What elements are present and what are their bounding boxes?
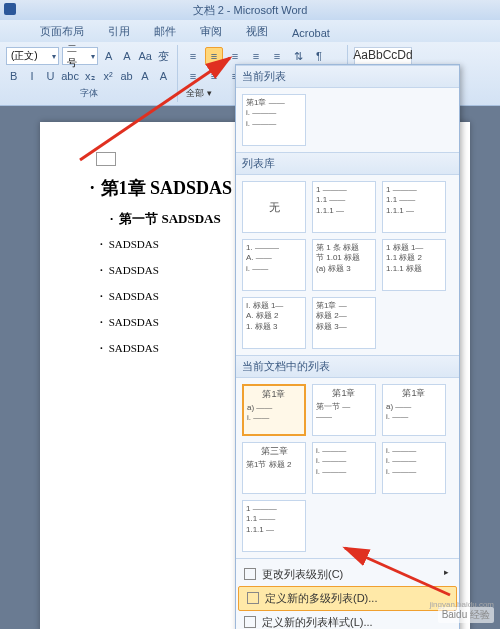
bullets-button[interactable]: ≡ bbox=[184, 47, 202, 65]
tab-view[interactable]: 视图 bbox=[236, 21, 278, 42]
change-case-button[interactable]: Aa bbox=[137, 47, 152, 65]
list-lib-item[interactable]: I. 标题 1—A. 标题 21. 标题 3 bbox=[242, 297, 306, 349]
char-border-button[interactable]: A bbox=[156, 67, 171, 85]
bold-button[interactable]: B bbox=[6, 67, 21, 85]
list-lib-item[interactable]: 1 ———1.1 ——1.1.1 — bbox=[312, 181, 376, 233]
list-doc-item[interactable]: 第三章第1节 标题 2 bbox=[242, 442, 306, 494]
ribbon-tabs: 页面布局 引用 邮件 审阅 视图 Acrobat bbox=[0, 20, 500, 42]
list-lib-item[interactable]: 1 标题 1—1.1 标题 21.1.1 标题 bbox=[382, 239, 446, 291]
shrink-font-button[interactable]: A bbox=[119, 47, 134, 65]
list-none[interactable]: 无 bbox=[242, 181, 306, 233]
highlight-button[interactable]: ab bbox=[119, 67, 134, 85]
tab-acrobat[interactable]: Acrobat bbox=[282, 24, 340, 42]
define-new-multilevel-list[interactable]: 定义新的多级列表(D)... bbox=[238, 586, 457, 611]
title-bar: 文档 2 - Microsoft Word bbox=[0, 0, 500, 20]
define-new-list-style[interactable]: 定义新的列表样式(L)... bbox=[236, 611, 459, 629]
tab-references[interactable]: 引用 bbox=[98, 21, 140, 42]
list-lib-item[interactable]: 1 ———1.1 ——1.1.1 — bbox=[382, 181, 446, 233]
font-family-select[interactable]: (正文) bbox=[6, 47, 59, 65]
dd-section-indoc: 当前文档中的列表 bbox=[236, 355, 459, 378]
watermark: Baidu 经验 bbox=[438, 607, 494, 623]
list-doc-item[interactable]: 第1章a) ——i. —— bbox=[382, 384, 446, 436]
sort-button[interactable]: ⇅ bbox=[289, 47, 307, 65]
list-doc-item[interactable]: 1 ———1.1 ——1.1.1 — bbox=[242, 500, 306, 552]
tab-review[interactable]: 审阅 bbox=[190, 21, 232, 42]
font-color-button[interactable]: A bbox=[137, 67, 152, 85]
word-icon bbox=[4, 3, 16, 15]
list-doc-item[interactable]: i. ———i. ———i. ——— bbox=[382, 442, 446, 494]
list-lib-item[interactable]: 第1章 —标题 2—标题 3— bbox=[312, 297, 376, 349]
increase-indent-button[interactable]: ≡ bbox=[268, 47, 286, 65]
align-center-button[interactable]: ≡ bbox=[205, 67, 223, 85]
italic-button[interactable]: I bbox=[24, 67, 39, 85]
tab-mailings[interactable]: 邮件 bbox=[144, 21, 186, 42]
list-lib-item[interactable]: 第 1 条 标题节 1.01 标题(a) 标题 3 bbox=[312, 239, 376, 291]
font-size-select[interactable]: 二号 bbox=[62, 47, 98, 65]
show-marks-button[interactable]: ¶ bbox=[310, 47, 328, 65]
superscript-button[interactable]: x² bbox=[101, 67, 116, 85]
list-current-item[interactable]: 第1章 ——i. ———i. ——— bbox=[242, 94, 306, 146]
cursor-box bbox=[96, 152, 116, 166]
tab-pagelayout[interactable]: 页面布局 bbox=[30, 21, 94, 42]
dd-section-current: 当前列表 bbox=[236, 65, 459, 88]
decrease-indent-button[interactable]: ≡ bbox=[247, 47, 265, 65]
list-lib-item[interactable]: 1. ———A. ——i. —— bbox=[242, 239, 306, 291]
multilevel-list-dropdown: 当前列表 第1章 ——i. ———i. ——— 列表库 无 1 ———1.1 —… bbox=[235, 64, 460, 629]
change-list-level[interactable]: 更改列表级别(C)▸ bbox=[236, 563, 459, 586]
dropdown-footer: 更改列表级别(C)▸ 定义新的多级列表(D)... 定义新的列表样式(L)... bbox=[236, 558, 459, 629]
dd-section-library: 列表库 bbox=[236, 152, 459, 175]
group-font-label: 字体 bbox=[6, 87, 171, 100]
multilevel-list-button[interactable]: ≡ bbox=[226, 47, 244, 65]
list-doc-item[interactable]: 第1章a) ——i. —— bbox=[242, 384, 306, 436]
align-left-button[interactable]: ≡ bbox=[184, 67, 202, 85]
window-title: 文档 2 - Microsoft Word bbox=[193, 3, 308, 18]
underline-button[interactable]: U bbox=[43, 67, 58, 85]
list-doc-item[interactable]: 第1章第一节 ——— bbox=[312, 384, 376, 436]
list-doc-item[interactable]: i. ———i. ———i. ——— bbox=[312, 442, 376, 494]
subscript-button[interactable]: x₂ bbox=[82, 67, 97, 85]
numbering-button[interactable]: ≡ bbox=[205, 47, 223, 65]
grow-font-button[interactable]: A bbox=[101, 47, 116, 65]
phonetic-button[interactable]: 变 bbox=[156, 47, 171, 65]
